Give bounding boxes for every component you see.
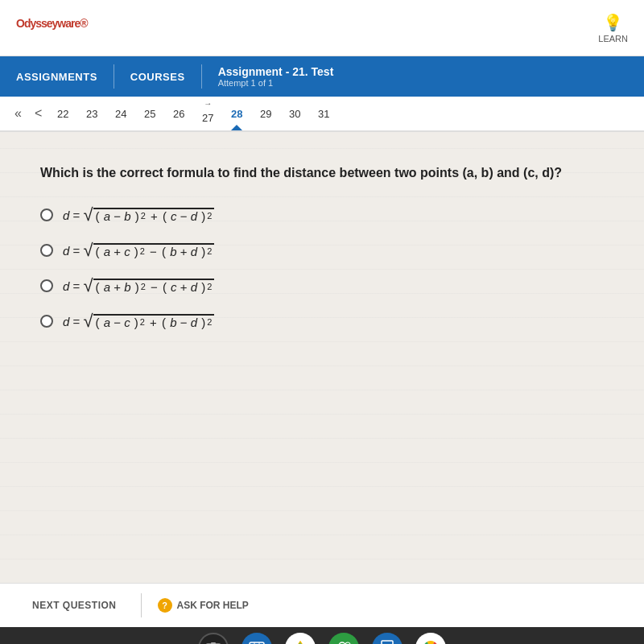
assignment-subtitle: Attempt 1 of 1 bbox=[218, 78, 334, 88]
formula-1: d = √ ( a − b ) 2 + ( c − d ) bbox=[63, 206, 214, 224]
radio-2[interactable] bbox=[40, 244, 53, 257]
taskbar-camera[interactable] bbox=[198, 633, 229, 644]
prev-button[interactable]: < bbox=[28, 106, 48, 121]
q-num-27[interactable]: 27 bbox=[193, 97, 222, 131]
question-text: Which is the correct formula to find the… bbox=[40, 164, 604, 182]
taskbar-meet[interactable] bbox=[328, 633, 359, 644]
taskbar bbox=[0, 627, 644, 644]
q-num-26[interactable]: 26 bbox=[164, 97, 193, 131]
courses-nav[interactable]: COURSES bbox=[114, 56, 201, 97]
q-num-28[interactable]: 28 bbox=[222, 97, 251, 131]
q-num-31[interactable]: 31 bbox=[309, 97, 338, 131]
top-bar: Odysseyware® 💡 LEARN bbox=[0, 0, 644, 56]
q-num-30[interactable]: 30 bbox=[280, 97, 309, 131]
q-num-25[interactable]: 25 bbox=[135, 97, 164, 131]
help-icon: ? bbox=[158, 598, 172, 613]
prev-prev-button[interactable]: « bbox=[8, 106, 28, 121]
svg-rect-12 bbox=[382, 641, 393, 644]
learn-button[interactable]: 💡 LEARN bbox=[598, 13, 628, 43]
option-1[interactable]: d = √ ( a − b ) 2 + ( c − d ) bbox=[40, 206, 604, 224]
taskbar-chrome[interactable] bbox=[415, 633, 446, 644]
main-content: Which is the correct formula to find the… bbox=[0, 132, 644, 583]
taskbar-drive[interactable] bbox=[285, 633, 316, 644]
assignment-title: Assignment - 21. Test bbox=[218, 65, 334, 78]
q-num-22[interactable]: 22 bbox=[48, 97, 77, 131]
nav-bar: ASSIGNMENTS COURSES Assignment - 21. Tes… bbox=[0, 56, 644, 97]
logo: Odysseyware® bbox=[16, 15, 88, 41]
learn-icon: 💡 bbox=[603, 13, 623, 32]
assignment-info: Assignment - 21. Test Attempt 1 of 1 bbox=[202, 65, 350, 88]
option-3[interactable]: d = √ ( a + b ) 2 − ( c + d ) bbox=[40, 277, 604, 295]
assignments-nav[interactable]: ASSIGNMENTS bbox=[0, 56, 114, 97]
taskbar-docs[interactable] bbox=[372, 633, 402, 644]
options-list: d = √ ( a − b ) 2 + ( c − d ) bbox=[40, 206, 604, 330]
question-bar: « < 22 23 24 25 26 27 28 29 30 31 bbox=[0, 97, 644, 132]
footer-divider bbox=[141, 593, 142, 617]
formula-2: d = √ ( a + c ) 2 − ( b + d ) bbox=[63, 242, 214, 259]
footer: NEXT QUESTION ? ASK FOR HELP bbox=[0, 583, 644, 627]
radio-1[interactable] bbox=[40, 208, 53, 221]
next-question-button[interactable]: NEXT QUESTION bbox=[24, 600, 125, 611]
formula-4: d = √ ( a − c ) 2 + ( b − d ) bbox=[63, 312, 214, 330]
ask-for-help-button[interactable]: ? ASK FOR HELP bbox=[158, 598, 249, 613]
q-num-23[interactable]: 23 bbox=[77, 97, 106, 131]
taskbar-calendar[interactable] bbox=[242, 633, 272, 644]
question-numbers: 22 23 24 25 26 27 28 29 30 31 bbox=[48, 97, 338, 131]
formula-3: d = √ ( a + b ) 2 − ( c + d ) bbox=[63, 277, 214, 295]
radio-4[interactable] bbox=[40, 315, 53, 328]
option-4[interactable]: d = √ ( a − c ) 2 + ( b − d ) bbox=[40, 312, 604, 330]
q-num-24[interactable]: 24 bbox=[106, 97, 135, 131]
q-num-29[interactable]: 29 bbox=[251, 97, 280, 131]
radio-3[interactable] bbox=[40, 279, 53, 292]
option-2[interactable]: d = √ ( a + c ) 2 − ( b + d ) bbox=[40, 242, 604, 259]
